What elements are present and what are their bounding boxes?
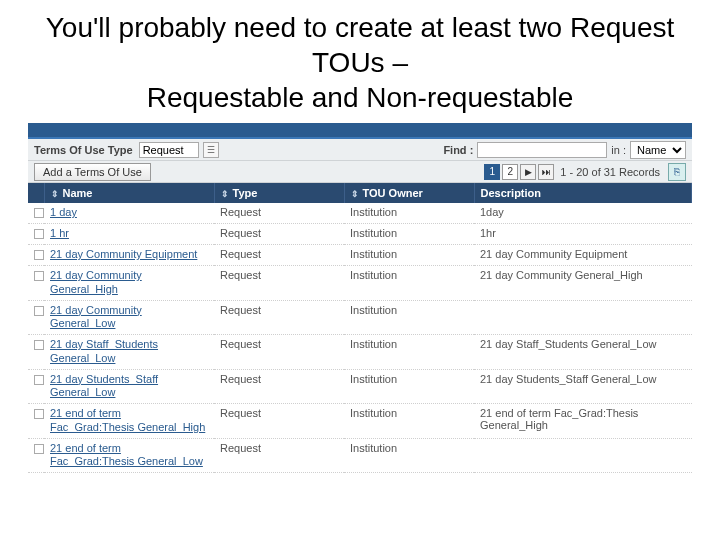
row-checkbox-cell[interactable]: [28, 300, 44, 335]
checkbox-icon[interactable]: [34, 208, 44, 218]
row-name-cell: 21 end of term Fac_Grad:Thesis General_H…: [44, 404, 214, 439]
row-name-link[interactable]: 21 end of term Fac_Grad:Thesis General_L…: [50, 442, 208, 470]
row-owner-cell: Institution: [344, 438, 474, 473]
row-type-cell: Request: [214, 300, 344, 335]
row-owner-cell: Institution: [344, 266, 474, 301]
table-row: 21 day Community General_LowRequestInsti…: [28, 300, 692, 335]
table-row: 1 dayRequestInstitution1day: [28, 203, 692, 224]
row-type-cell: Request: [214, 245, 344, 266]
row-owner-cell: Institution: [344, 300, 474, 335]
row-type-cell: Request: [214, 203, 344, 224]
row-name-link[interactable]: 21 day Students_Staff General_Low: [50, 373, 208, 401]
find-label: Find :: [443, 144, 473, 156]
row-name-link[interactable]: 21 day Community General_High: [50, 269, 208, 297]
pager: 1 2 ▶ ⏭ 1 - 20 of 31 Records: [484, 164, 660, 180]
checkbox-icon[interactable]: [34, 444, 44, 454]
row-type-cell: Request: [214, 438, 344, 473]
row-owner-cell: Institution: [344, 224, 474, 245]
table-row: 21 day Students_Staff General_LowRequest…: [28, 369, 692, 404]
tou-type-input[interactable]: [139, 142, 199, 158]
row-checkbox-cell[interactable]: [28, 224, 44, 245]
row-checkbox-cell[interactable]: [28, 203, 44, 224]
row-type-cell: Request: [214, 224, 344, 245]
tou-type-picker-icon[interactable]: ☰: [203, 142, 219, 158]
row-name-cell: 21 end of term Fac_Grad:Thesis General_L…: [44, 438, 214, 473]
tou-table: ⇕Name ⇕Type ⇕TOU Owner Description 1 day…: [28, 183, 692, 473]
title-line-1: You'll probably need to create at least …: [46, 12, 675, 78]
row-checkbox-cell[interactable]: [28, 245, 44, 266]
row-type-cell: Request: [214, 404, 344, 439]
table-row: 21 day Community EquipmentRequestInstitu…: [28, 245, 692, 266]
row-desc-cell: 21 day Community Equipment: [474, 245, 692, 266]
row-name-link[interactable]: 1 hr: [50, 227, 69, 241]
sort-icon: ⇕: [221, 189, 229, 199]
row-type-cell: Request: [214, 369, 344, 404]
row-desc-cell: 21 day Staff_Students General_Low: [474, 335, 692, 370]
pager-last-icon[interactable]: ⏭: [538, 164, 554, 180]
row-name-cell: 21 day Staff_Students General_Low: [44, 335, 214, 370]
row-owner-cell: Institution: [344, 369, 474, 404]
app-header-bar: [28, 123, 692, 139]
col-type[interactable]: ⇕Type: [214, 183, 344, 203]
table-row: 21 end of term Fac_Grad:Thesis General_L…: [28, 438, 692, 473]
row-name-cell: 21 day Community General_High: [44, 266, 214, 301]
pager-next-icon[interactable]: ▶: [520, 164, 536, 180]
row-checkbox-cell[interactable]: [28, 335, 44, 370]
checkbox-icon[interactable]: [34, 375, 44, 385]
row-desc-cell: 21 day Community General_High: [474, 266, 692, 301]
pager-page-1[interactable]: 1: [484, 164, 500, 180]
row-owner-cell: Institution: [344, 335, 474, 370]
row-checkbox-cell[interactable]: [28, 369, 44, 404]
checkbox-icon[interactable]: [34, 409, 44, 419]
row-desc-cell: [474, 300, 692, 335]
checkbox-icon[interactable]: [34, 306, 44, 316]
checkbox-icon[interactable]: [34, 271, 44, 281]
title-line-2: Requestable and Non-requestable: [147, 82, 574, 113]
row-name-link[interactable]: 21 day Community Equipment: [50, 248, 197, 262]
row-desc-cell: 21 day Students_Staff General_Low: [474, 369, 692, 404]
table-row: 21 day Staff_Students General_LowRequest…: [28, 335, 692, 370]
in-select[interactable]: Name: [630, 141, 686, 159]
row-name-cell: 21 day Community General_Low: [44, 300, 214, 335]
sort-icon: ⇕: [51, 189, 59, 199]
row-desc-cell: 21 end of term Fac_Grad:Thesis General_H…: [474, 404, 692, 439]
checkbox-icon[interactable]: [34, 340, 44, 350]
filter-toolbar: Terms Of Use Type ☰ Find : in : Name: [28, 139, 692, 161]
tou-type-label: Terms Of Use Type: [34, 144, 133, 156]
col-owner[interactable]: ⇕TOU Owner: [344, 183, 474, 203]
checkbox-icon[interactable]: [34, 229, 44, 239]
row-name-cell: 1 day: [44, 203, 214, 224]
table-row: 1 hrRequestInstitution1hr: [28, 224, 692, 245]
row-desc-cell: [474, 438, 692, 473]
table-header-row: ⇕Name ⇕Type ⇕TOU Owner Description: [28, 183, 692, 203]
col-checkbox[interactable]: [28, 183, 44, 203]
row-checkbox-cell[interactable]: [28, 266, 44, 301]
row-desc-cell: 1day: [474, 203, 692, 224]
row-type-cell: Request: [214, 266, 344, 301]
row-owner-cell: Institution: [344, 404, 474, 439]
row-name-link[interactable]: 1 day: [50, 206, 77, 220]
pager-records-text: 1 - 20 of 31 Records: [560, 166, 660, 178]
row-name-cell: 1 hr: [44, 224, 214, 245]
row-name-link[interactable]: 21 day Staff_Students General_Low: [50, 338, 208, 366]
row-desc-cell: 1hr: [474, 224, 692, 245]
pager-page-2[interactable]: 2: [502, 164, 518, 180]
row-name-cell: 21 day Students_Staff General_Low: [44, 369, 214, 404]
in-label: in :: [611, 144, 626, 156]
row-checkbox-cell[interactable]: [28, 438, 44, 473]
add-tou-button[interactable]: Add a Terms Of Use: [34, 163, 151, 181]
action-toolbar: Add a Terms Of Use 1 2 ▶ ⏭ 1 - 20 of 31 …: [28, 161, 692, 183]
export-icon[interactable]: ⎘: [668, 163, 686, 181]
row-name-link[interactable]: 21 day Community General_Low: [50, 304, 208, 332]
col-name[interactable]: ⇕Name: [44, 183, 214, 203]
row-name-link[interactable]: 21 end of term Fac_Grad:Thesis General_H…: [50, 407, 208, 435]
slide-title: You'll probably need to create at least …: [0, 0, 720, 123]
table-row: 21 day Community General_HighRequestInst…: [28, 266, 692, 301]
col-description[interactable]: Description: [474, 183, 692, 203]
row-checkbox-cell[interactable]: [28, 404, 44, 439]
find-input[interactable]: [477, 142, 607, 158]
app-container: Terms Of Use Type ☰ Find : in : Name Add…: [28, 123, 692, 473]
row-type-cell: Request: [214, 335, 344, 370]
sort-icon: ⇕: [351, 189, 359, 199]
checkbox-icon[interactable]: [34, 250, 44, 260]
